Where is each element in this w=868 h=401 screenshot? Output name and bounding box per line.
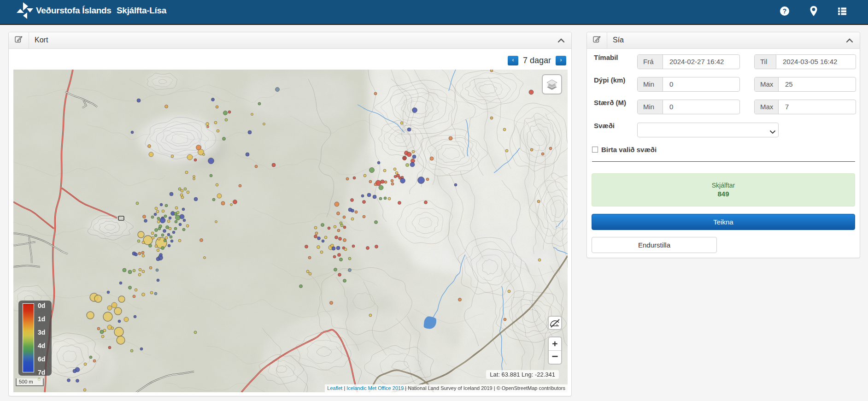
svg-text:?: ?	[783, 7, 787, 15]
